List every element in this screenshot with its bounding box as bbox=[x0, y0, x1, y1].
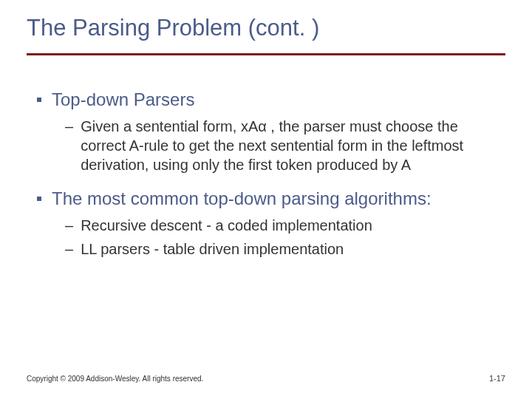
bullet-text: Top-down Parsers bbox=[52, 89, 194, 111]
footer-page-number: 1-17 bbox=[489, 374, 505, 383]
bullet-subtext: LL parsers - table driven implementation bbox=[81, 239, 344, 259]
bullet-dash-icon: – bbox=[65, 117, 73, 136]
bullet-dash-icon: – bbox=[65, 239, 73, 259]
bullet-text: The most common top-down parsing algorit… bbox=[52, 188, 432, 210]
bullet-level1: The most common top-down parsing algorit… bbox=[37, 188, 495, 210]
bullet-group: Top-down Parsers – Given a sentential fo… bbox=[37, 89, 495, 174]
bullet-dot-icon bbox=[37, 98, 41, 102]
footer-copyright: Copyright © 2009 Addison-Wesley. All rig… bbox=[27, 375, 203, 383]
bullet-dash-icon: – bbox=[65, 216, 73, 235]
bullet-level2: – Given a sentential form, xAα , the par… bbox=[65, 117, 495, 174]
bullet-group: The most common top-down parsing algorit… bbox=[37, 188, 495, 259]
bullet-level2: – LL parsers - table driven implementati… bbox=[65, 239, 495, 259]
title-underline bbox=[27, 53, 505, 55]
slide: The Parsing Problem (cont. ) Top-down Pa… bbox=[0, 0, 532, 399]
slide-title: The Parsing Problem (cont. ) bbox=[27, 15, 319, 41]
bullet-level2: – Recursive descent - a coded implementa… bbox=[65, 216, 495, 235]
bullet-subtext: Recursive descent - a coded implementati… bbox=[81, 216, 372, 235]
slide-body: Top-down Parsers – Given a sentential fo… bbox=[37, 89, 495, 272]
bullet-subtext: Given a sentential form, xAα , the parse… bbox=[81, 117, 495, 174]
bullet-dot-icon bbox=[37, 197, 41, 201]
bullet-level1: Top-down Parsers bbox=[37, 89, 495, 111]
